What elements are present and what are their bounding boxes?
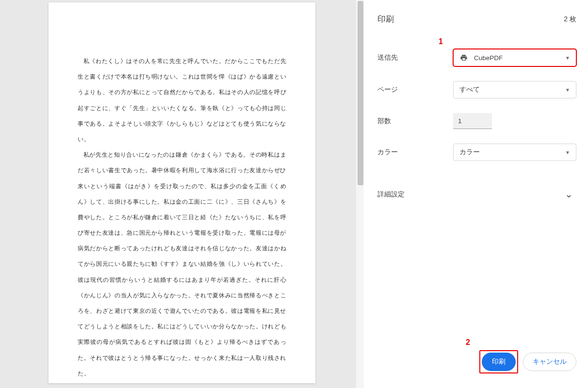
annotation-marker-1: 1 [439, 37, 443, 46]
print-preview-area: 私《わたくし》はその人を常に先生と呼んでいた。だからここでもただ先生と書くだけで… [0, 0, 364, 388]
color-value: カラー [459, 148, 480, 157]
copies-input[interactable] [453, 113, 492, 129]
color-dropdown[interactable]: カラー ▼ [453, 144, 576, 161]
chevron-down-icon: ▼ [565, 87, 570, 93]
preview-page: 私《わたくし》はその人を常に先生と呼んでいた。だからここでもただ先生と書くだけで… [49, 2, 315, 383]
pages-label: ページ [377, 85, 445, 94]
preview-scrollbar[interactable]: ▲ [356, 0, 364, 388]
pages-dropdown[interactable]: すべて ▼ [453, 81, 576, 98]
page-count: 2 枚 [564, 15, 576, 24]
printer-icon [459, 54, 468, 62]
destination-label: 送信先 [377, 53, 445, 62]
cancel-button[interactable]: キャンセル [523, 353, 576, 371]
pages-value: すべて [459, 85, 480, 94]
document-paragraph: 私《わたくし》はその人を常に先生と呼んでいた。だからここでもただ先生と書くだけで… [78, 53, 286, 147]
destination-value: CubePDF [474, 54, 503, 62]
annotation-marker-2: 2 [466, 338, 470, 347]
chevron-down-icon: ▼ [565, 150, 570, 155]
destination-dropdown[interactable]: CubePDF ▼ [453, 49, 576, 66]
chevron-down-icon: ▼ [565, 55, 570, 61]
color-label: カラー [377, 148, 445, 157]
more-settings-toggle[interactable]: 詳細設定 ⌄ [377, 189, 576, 200]
panel-title: 印刷 [377, 14, 394, 25]
document-paragraph: 私が先生と知り合いになったのは鎌倉《かまくら》である。その時私はまだ若々しい書生… [78, 147, 286, 381]
copies-label: 部数 [377, 117, 445, 126]
print-settings-panel: 印刷 2 枚 送信先 1 CubePDF ▼ ページ すべて ▼ 部数 [364, 0, 588, 388]
print-button[interactable]: 印刷 [482, 353, 516, 371]
chevron-down-icon: ⌄ [565, 189, 572, 200]
scroll-thumb[interactable] [358, 1, 363, 185]
more-settings-label: 詳細設定 [377, 190, 405, 199]
document-content: 私《わたくし》はその人を常に先生と呼んでいた。だからここでもただ先生と書くだけで… [78, 53, 286, 381]
